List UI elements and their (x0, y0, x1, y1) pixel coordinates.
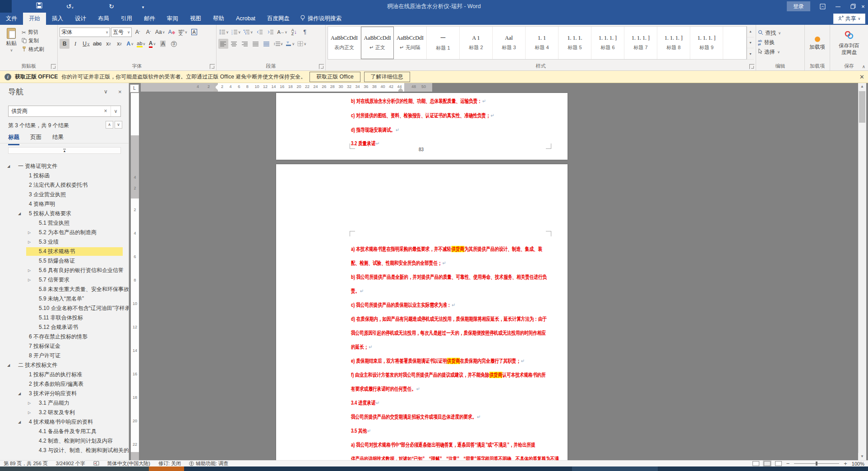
word-count[interactable]: 3/24902 个字 (56, 460, 85, 467)
nav-tree-item[interactable]: 6 不存在禁止投标的情形 (0, 332, 129, 342)
nav-tree-item[interactable]: ▷3.2 研发及专利 (0, 408, 129, 417)
select-button[interactable]: 选择∨ (758, 47, 803, 57)
zoom-slider-thumb[interactable] (816, 462, 817, 466)
text-effects-button[interactable]: A∨ (125, 39, 135, 49)
clear-formatting-button[interactable]: A◆ (167, 27, 177, 37)
web-layout-button[interactable] (775, 461, 782, 466)
font-color-button[interactable]: A∨ (147, 39, 157, 49)
page-indicator[interactable]: 第 89 页，共 256 页 (4, 460, 48, 467)
document-page-2[interactable]: a) 本技术规格书意在指明采购的最低要求，并不减轻供货商为其所提供产品的设计、制… (276, 164, 568, 460)
expanded-icon[interactable]: ◢ (7, 360, 10, 370)
nav-tree-item[interactable]: 5.11 非联合体投标 (0, 313, 129, 323)
nav-search-clear-icon[interactable]: × (101, 106, 111, 116)
nav-tree-item[interactable]: 5.5 防爆合格证 (0, 256, 129, 266)
nav-search-input[interactable] (9, 108, 101, 115)
numbering-button[interactable]: 123∨ (231, 27, 242, 37)
nav-tree-item[interactable]: ▷5.3 业绩 (0, 237, 129, 247)
ribbon-tab-Acrobat[interactable]: Acrobat (230, 13, 261, 25)
zoom-out-icon[interactable]: − (786, 460, 790, 467)
tellme-search[interactable]: 操作说明搜索 (295, 13, 346, 25)
align-center-button[interactable] (229, 39, 239, 49)
get-genuine-office-button[interactable]: 获取正版 Office (309, 72, 360, 82)
nav-pane-options-icon[interactable]: ∨ (104, 88, 108, 95)
nav-tree-item[interactable]: 4.2 制造、检测时间计划及内容 (0, 436, 129, 446)
zoom-level[interactable]: 100% (852, 461, 864, 466)
style-item[interactable]: A 1标题 2 (460, 27, 493, 59)
expanded-icon[interactable]: ◢ (7, 162, 10, 171)
gallery-down-icon[interactable]: ▼ (747, 37, 754, 49)
ribbon-tab-视图[interactable]: 视图 (184, 13, 207, 25)
nav-tree-item[interactable]: 4.3 与设计、制造、检测和测试相关的技术文件 (0, 446, 129, 455)
styles-dialog-launcher[interactable] (749, 64, 754, 69)
ribbon-tab-百度网盘[interactable]: 百度网盘 (261, 13, 295, 25)
change-case-button[interactable]: Aa∨ (154, 27, 166, 37)
baidu-save-button[interactable]: 保存到百度网盘 (832, 26, 866, 60)
gallery-up-icon[interactable]: ▲ (747, 26, 754, 37)
replace-button[interactable]: ab⇄ 替换 (758, 38, 803, 47)
justify-button[interactable] (251, 39, 261, 49)
style-item[interactable]: 1. 1. 1. ]标题 6 (591, 27, 624, 59)
scroll-up-icon[interactable]: ▲ (858, 83, 866, 90)
show-marks-button[interactable]: ¶ (300, 27, 310, 37)
style-item[interactable]: Aal标题 3 (493, 27, 526, 59)
nav-tree-item[interactable]: 5.10 企业名称不包含“辽河油田”字样承诺 (0, 304, 129, 313)
addins-button[interactable]: 加载项 (807, 26, 828, 60)
nav-tree-item[interactable]: ◢一 资格证明文件 (0, 162, 129, 171)
nav-tree-item[interactable]: 8 开户许可证 (0, 351, 129, 360)
subscript-button[interactable]: x2 (103, 39, 113, 49)
collapsed-icon[interactable]: ▷ (28, 408, 31, 417)
font-family-combo[interactable]: 宋体∨ (60, 28, 110, 37)
align-left-button[interactable] (218, 39, 228, 49)
decrease-indent-button[interactable] (255, 27, 265, 37)
phonetic-guide-button[interactable]: wén文∨ (178, 27, 189, 37)
format-painter-button[interactable]: 格式刷 (21, 45, 45, 54)
ribbon-tab-帮助[interactable]: 帮助 (207, 13, 230, 25)
ribbon-tab-布局[interactable]: 布局 (92, 13, 115, 25)
collapsed-icon[interactable]: ▷ (28, 228, 31, 237)
read-mode-button[interactable] (753, 461, 759, 466)
shrink-font-button[interactable]: Aˇ (143, 27, 153, 37)
gallery-more-icon[interactable]: ▼ (747, 48, 754, 60)
increase-indent-button[interactable] (266, 27, 276, 37)
collapsed-icon[interactable]: ▷ (28, 398, 31, 408)
signin-button[interactable]: 登录 (787, 1, 810, 11)
zoom-in-icon[interactable]: + (844, 460, 847, 467)
character-border-button[interactable]: A (189, 27, 199, 37)
ribbon-display-options-icon[interactable] (815, 0, 830, 13)
windows-taskbar[interactable] (0, 466, 868, 471)
font-dialog-launcher[interactable] (210, 64, 215, 69)
collapsed-icon[interactable]: ▷ (28, 266, 31, 275)
nav-tree-item[interactable]: 5.1 营业执照 (0, 218, 129, 228)
font-size-combo[interactable]: 五号∨ (111, 28, 132, 37)
strikethrough-button[interactable]: abc (92, 39, 102, 49)
ribbon-tab-设计[interactable]: 设计 (69, 13, 92, 25)
nav-tree-item[interactable]: 5.4 技术规格书 (0, 247, 129, 256)
nav-tree-item[interactable]: 4.1 备品备件及专用工具 (0, 427, 129, 436)
borders-button[interactable]: ∨ (296, 39, 307, 49)
ribbon-tab-邮件[interactable]: 邮件 (138, 13, 161, 25)
horizontal-ruler[interactable]: 42 2468101214161820222426283032343638404… (141, 83, 432, 92)
asian-layout-button[interactable]: A↔∨ (277, 27, 288, 37)
nav-tree-item[interactable]: 3 企业营业执照 (0, 190, 129, 199)
zoom-slider[interactable] (794, 463, 839, 464)
nav-tab-标题[interactable]: 标题 (8, 134, 19, 145)
collapsed-icon[interactable]: ▷ (28, 237, 31, 247)
nav-tree-item[interactable]: ◢5 投标人资格要求 (0, 209, 129, 218)
bullets-button[interactable]: ∨ (218, 27, 230, 37)
track-changes-indicator[interactable]: 修订: 关闭 (158, 460, 181, 467)
bold-button[interactable]: B (60, 39, 69, 49)
find-button[interactable]: 查找∨ (758, 28, 803, 38)
grow-font-button[interactable]: Aˆ (133, 27, 143, 37)
previous-result-button[interactable]: ∧ (106, 121, 113, 129)
ribbon-tab-审阅[interactable]: 审阅 (161, 13, 184, 25)
clipboard-dialog-launcher[interactable] (51, 64, 56, 69)
nav-tree-item[interactable]: 5.9 未纳入“黑名单” (0, 294, 129, 304)
nav-tree-item[interactable]: ◢4 技术规格书中响应的资料 (0, 417, 129, 427)
document-page-1[interactable]: b) 对在线原油含水分析仪的性能、功能、总体装配质量、运输负责：↵c) 对所提供… (276, 93, 568, 160)
paragraph-dialog-launcher[interactable] (319, 64, 324, 69)
nav-tree-item[interactable]: 1 投标函 (0, 171, 129, 180)
expanded-icon[interactable]: ◢ (18, 209, 21, 218)
underline-button[interactable]: U∨ (81, 39, 91, 49)
nav-tree-item[interactable]: 2 法定代表人授权委托书 (0, 180, 129, 190)
nav-tab-结果[interactable]: 结果 (52, 134, 64, 145)
